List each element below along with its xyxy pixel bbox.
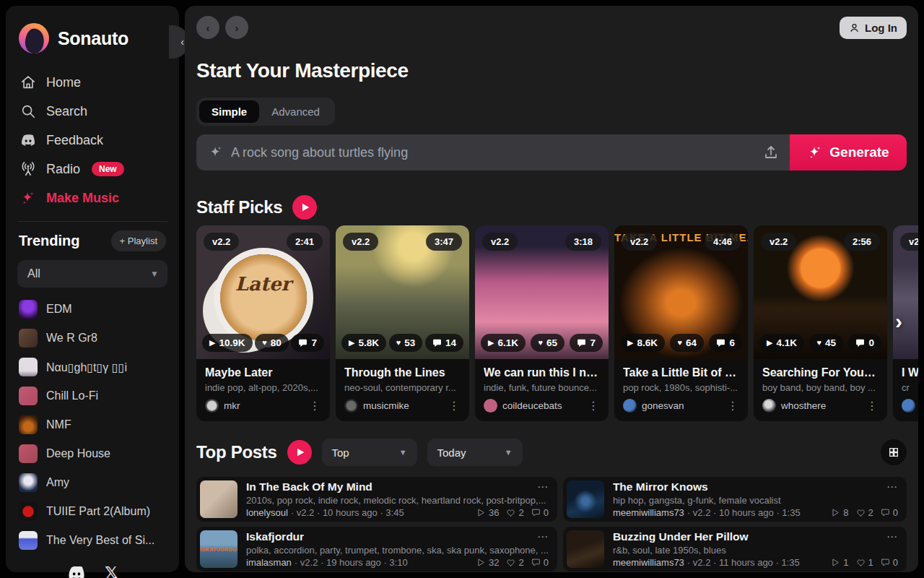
heart-outline-icon — [506, 508, 515, 517]
generate-button[interactable]: Generate — [790, 134, 907, 171]
staff-pick-card[interactable]: TAKE A LITTLE BIT ME. v2.2 4:46 ▶8.6K ♥6… — [614, 225, 748, 421]
tab-simple[interactable]: Simple — [199, 100, 259, 123]
nav-item-feedback[interactable]: Feedback — [17, 127, 167, 153]
login-button[interactable]: Log In — [840, 17, 907, 39]
play-icon — [300, 202, 310, 212]
trending-item[interactable]: Amy — [17, 471, 167, 494]
duration-badge: 2:56 — [844, 233, 880, 251]
like-count: ♥80 — [255, 334, 289, 352]
post-row[interactable]: The Mirror Knows ⋯ hip hop, gangsta, g-f… — [563, 477, 907, 522]
discord-icon[interactable] — [67, 564, 86, 578]
author-name[interactable]: gonesvan — [642, 400, 684, 411]
nav-item-radio[interactable]: Radio New — [17, 156, 167, 182]
like-count[interactable]: 2 — [506, 557, 523, 568]
play-count: ▶5.8K — [341, 334, 386, 352]
trending-item[interactable]: EDM — [17, 298, 167, 321]
author-name[interactable]: musicmike — [363, 400, 409, 411]
playlist-thumbnail — [19, 415, 38, 434]
time-select[interactable]: Today ▼ — [427, 439, 523, 466]
like-count[interactable]: 2 — [856, 507, 873, 518]
like-count: ♥65 — [531, 334, 565, 352]
comment-count: 0 — [881, 557, 898, 568]
primary-nav: Home Search Feedback Radio New Make Musi… — [17, 69, 167, 211]
like-count[interactable]: 2 — [506, 507, 523, 518]
author-name[interactable]: mkr — [224, 400, 240, 411]
playlist-thumbnail — [19, 473, 38, 492]
more-options-icon[interactable]: ⋮ — [309, 399, 321, 413]
author-name[interactable]: meemiwilliams73 — [613, 557, 684, 568]
carousel-next-button[interactable]: › — [895, 309, 902, 334]
trending-filter-select[interactable]: All ▼ — [17, 260, 167, 288]
x-twitter-icon[interactable]: 𝕏 — [105, 564, 118, 578]
sonauto-logo-icon — [19, 23, 49, 53]
main-panel: ‹ › Log In Start Your Masterpiece Simple… — [185, 6, 918, 572]
trending-item[interactable]: Nαu▯gh▯t▯γ ▯▯i — [17, 355, 167, 379]
prompt-field[interactable] — [196, 134, 790, 171]
trending-item[interactable]: NMF — [17, 413, 167, 436]
staff-pick-card[interactable]: v2.2 2:56 ▶4.1K ♥45 0 Searching For Your… — [754, 225, 887, 421]
play-count: 32 — [476, 557, 499, 568]
song-title: Searching For Your L... — [762, 366, 879, 379]
more-options-icon[interactable]: ⋯ — [530, 530, 549, 543]
comment-count: 0 — [531, 557, 549, 568]
staff-pick-card[interactable]: v2.2 3:18 ▶6.1K ♥65 7 We can run this I … — [475, 225, 609, 421]
song-tags: indie pop, alt-pop, 2020s,... — [205, 382, 321, 393]
add-playlist-button[interactable]: + Playlist — [111, 230, 166, 251]
forward-button[interactable]: › — [225, 16, 248, 39]
post-meta: imalasman · v2.2 · 19 hours ago · 3:10 3… — [246, 557, 549, 568]
comment-outline-icon — [531, 508, 541, 517]
like-count[interactable]: 1 — [856, 557, 873, 568]
page-title: Start Your Masterpiece — [196, 59, 907, 82]
top-posts-grid: In The Back Of My Mind ⋯ 2010s, pop rock… — [196, 477, 907, 572]
trending-item[interactable]: TUIIE Part 2(Album) — [17, 500, 167, 523]
nav-label: Make Music — [46, 191, 119, 206]
song-tags: indie, funk, future bounce... — [484, 382, 600, 393]
play-count: 1 — [831, 557, 848, 568]
brand[interactable]: Sonauto — [19, 23, 167, 53]
post-row[interactable]: ISKAFJORDUR Iskafjordur ⋯ polka, accordi… — [196, 527, 557, 571]
author-name[interactable]: imalasman — [246, 557, 292, 568]
grid-view-button[interactable] — [881, 439, 907, 465]
upload-icon[interactable] — [762, 144, 780, 161]
nav-label: Search — [46, 104, 87, 119]
author-name[interactable]: whosthere — [781, 400, 826, 411]
search-icon — [20, 103, 36, 119]
nav-item-home[interactable]: Home — [17, 69, 167, 95]
more-options-icon[interactable]: ⋯ — [879, 530, 898, 543]
nav-item-make-music[interactable]: Make Music — [17, 185, 167, 211]
staff-picks-rail: Later v2.2 2:41 ▶10.9K ♥80 7 Maybe Later… — [196, 225, 918, 421]
trending-item[interactable]: The Very Best of Si... — [17, 529, 167, 552]
play-count: ▶6.1K — [481, 334, 526, 352]
more-options-icon[interactable]: ⋮ — [588, 399, 600, 413]
staff-pick-card[interactable]: Later v2.2 2:41 ▶10.9K ♥80 7 Maybe Later… — [196, 225, 330, 421]
chevron-down-icon: ▼ — [150, 269, 159, 279]
chevron-left-icon: ‹ — [180, 36, 184, 48]
post-row[interactable]: In The Back Of My Mind ⋯ 2010s, pop rock… — [196, 477, 557, 522]
more-options-icon[interactable]: ⋯ — [530, 480, 549, 493]
play-count: ▶8.6K — [620, 334, 665, 352]
author-name[interactable]: coildeucebats — [502, 400, 562, 411]
song-artwork: v2.2 — [893, 225, 918, 359]
trending-item[interactable]: We R Gr8 — [17, 327, 167, 350]
play-top-posts-button[interactable] — [287, 440, 312, 465]
play-staff-picks-button[interactable] — [292, 195, 317, 220]
more-options-icon[interactable]: ⋮ — [727, 399, 739, 413]
prompt-input[interactable] — [231, 145, 755, 160]
trending-item[interactable]: Chill Lo-Fi — [17, 384, 167, 407]
post-row[interactable]: Buzzing Under Her Pillow ⋯ r&b, soul, la… — [563, 527, 907, 571]
author-name[interactable]: meemiwilliams73 — [613, 507, 684, 518]
sort-select[interactable]: Top ▼ — [322, 439, 417, 466]
comment-count: 7 — [570, 334, 603, 352]
author-name[interactable]: lonelysoul — [246, 507, 288, 518]
nav-item-search[interactable]: Search — [17, 98, 167, 124]
staff-pick-card[interactable]: v2.2 3:47 ▶5.8K ♥53 14 Through the Lines… — [336, 225, 469, 421]
heart-icon: ♥ — [677, 339, 682, 347]
heart-icon: ♥ — [396, 339, 401, 347]
top-posts-title: Top Posts — [196, 442, 277, 462]
tab-advanced[interactable]: Advanced — [259, 100, 332, 123]
more-options-icon[interactable]: ⋯ — [879, 480, 898, 493]
more-options-icon[interactable]: ⋮ — [448, 399, 461, 413]
more-options-icon[interactable]: ⋮ — [866, 399, 879, 413]
back-button[interactable]: ‹ — [196, 16, 219, 39]
trending-item[interactable]: Deep House — [17, 442, 167, 465]
